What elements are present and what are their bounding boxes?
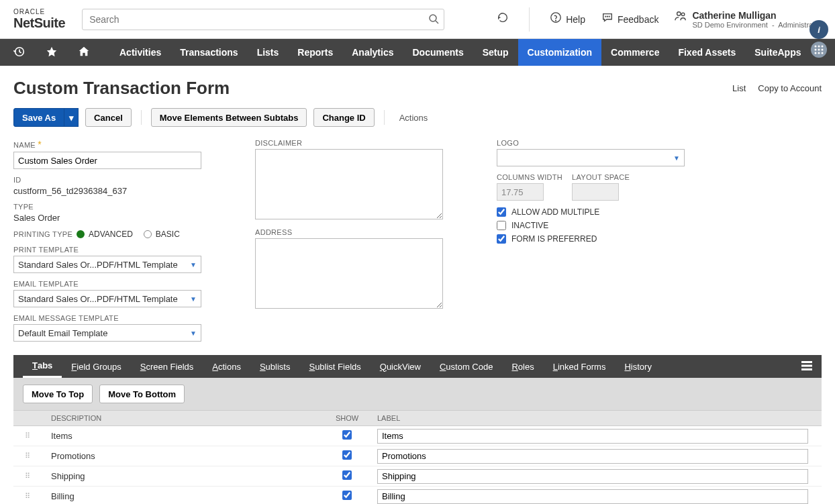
recent-icon[interactable] — [13, 46, 26, 60]
row-label-input[interactable] — [377, 449, 808, 464]
nav-reports[interactable]: Reports — [288, 39, 342, 66]
table-row: ⠿Shipping — [13, 466, 822, 487]
type-label: TYPE — [13, 203, 201, 211]
radio-basic[interactable] — [144, 230, 152, 238]
preferred-checkbox[interactable] — [497, 234, 506, 244]
subtab-quickview[interactable]: QuickView — [371, 355, 430, 378]
drag-handle-icon[interactable]: ⠿ — [13, 472, 42, 481]
id-value: custform_56_td2936384_637 — [13, 186, 201, 196]
print-template-select[interactable]: Standard Sales Or...PDF/HTML Template ▼ — [13, 256, 201, 273]
email-msg-value: Default Email Template — [18, 328, 107, 338]
svg-point-15 — [815, 52, 817, 54]
row-show-checkbox[interactable] — [342, 491, 352, 500]
type-value: Sales Order — [13, 213, 201, 223]
info-icon[interactable]: i — [809, 20, 828, 39]
subtab-sublists[interactable]: Sublists — [250, 355, 300, 378]
row-show-checkbox[interactable] — [342, 470, 352, 480]
chevron-down-icon: ▼ — [190, 330, 197, 337]
cancel-button[interactable]: Cancel — [85, 108, 132, 127]
nav-fixed-assets[interactable]: Fixed Assets — [669, 39, 745, 66]
nav-setup[interactable]: Setup — [473, 39, 518, 66]
history-icon[interactable] — [497, 11, 509, 27]
subtab-screen-fields[interactable]: Screen Fields — [131, 355, 203, 378]
nav-lists[interactable]: Lists — [248, 39, 289, 66]
nav-suiteapps[interactable]: SuiteApps — [745, 39, 810, 66]
address-textarea[interactable] — [255, 238, 443, 309]
table-row: ⠿Promotions — [13, 446, 822, 466]
svg-point-8 — [682, 13, 685, 16]
home-icon[interactable] — [78, 46, 90, 60]
actions-menu[interactable]: Actions — [394, 113, 434, 123]
row-description: Billing — [42, 491, 324, 501]
email-msg-label: EMAIL MESSAGE TEMPLATE — [13, 314, 201, 322]
chevron-down-icon: ▼ — [673, 154, 680, 162]
email-template-select[interactable]: Standard Sales Or...PDF/HTML Template ▼ — [13, 290, 201, 307]
subtab-layout-icon[interactable] — [801, 361, 812, 372]
radio-advanced[interactable] — [77, 230, 85, 238]
separator — [384, 110, 385, 125]
subtab-roles[interactable]: Roles — [502, 355, 543, 378]
search-icon[interactable] — [428, 13, 439, 26]
svg-point-16 — [818, 52, 820, 54]
radio-basic-label: BASIC — [156, 230, 180, 239]
row-show-checkbox[interactable] — [342, 430, 352, 440]
row-label-input[interactable] — [377, 489, 808, 504]
copy-to-account-link[interactable]: Copy to Account — [758, 83, 822, 93]
change-id-button[interactable]: Change ID — [313, 108, 374, 127]
nav-activities[interactable]: Activities — [110, 39, 170, 66]
inactive-checkbox[interactable] — [497, 221, 506, 230]
address-label: ADDRESS — [255, 228, 443, 236]
svg-point-0 — [430, 15, 436, 21]
nav-transactions[interactable]: Transactions — [170, 39, 247, 66]
drag-handle-icon[interactable]: ⠿ — [13, 432, 42, 440]
inactive-label: INACTIVE — [511, 221, 548, 230]
apps-icon[interactable] — [811, 42, 827, 58]
logo-select[interactable]: ▼ — [497, 149, 685, 166]
help-link[interactable]: Help — [550, 11, 585, 27]
email-msg-select[interactable]: Default Email Template ▼ — [13, 324, 201, 342]
user-name: Catherine Mulligan — [692, 10, 822, 21]
svg-marker-19 — [47, 46, 56, 56]
allow-multiple-label: ALLOW ADD MULTIPLE — [511, 207, 599, 217]
allow-multiple-checkbox[interactable] — [497, 207, 506, 217]
move-elements-button[interactable]: Move Elements Between Subtabs — [151, 108, 307, 127]
logo-bottom-text: NetSuite — [13, 15, 65, 31]
separator — [529, 7, 530, 32]
subtab-custom-code[interactable]: Custom Code — [430, 355, 502, 378]
nav-documents[interactable]: Documents — [403, 39, 473, 66]
row-description: Items — [42, 431, 324, 441]
svg-rect-21 — [801, 364, 812, 366]
col-label: LABEL — [371, 414, 822, 422]
subtab-actions[interactable]: Actions — [203, 355, 250, 378]
layout-space-label: LAYOUT SPACE — [572, 173, 630, 181]
drag-handle-icon[interactable]: ⠿ — [13, 492, 42, 501]
favorites-icon[interactable] — [46, 46, 58, 60]
move-to-bottom-button[interactable]: Move To Bottom — [99, 385, 185, 403]
disclaimer-textarea[interactable] — [255, 149, 443, 219]
subtab-linked-forms[interactable]: Linked Forms — [544, 355, 616, 378]
row-label-input[interactable] — [377, 429, 808, 444]
svg-point-3 — [556, 20, 556, 21]
nav-customization[interactable]: Customization — [518, 39, 601, 66]
save-as-dropdown[interactable]: ▾ — [64, 108, 79, 127]
subtab-sublist-fields[interactable]: Sublist Fields — [299, 355, 370, 378]
save-as-button[interactable]: Save As — [13, 108, 64, 127]
user-menu[interactable]: Catherine Mulligan SD Demo Environment -… — [675, 10, 822, 29]
nav-analytics[interactable]: Analytics — [342, 39, 403, 66]
subtab-field-groups[interactable]: Field Groups — [62, 355, 130, 378]
row-show-checkbox[interactable] — [342, 450, 352, 460]
row-label-input[interactable] — [377, 469, 808, 484]
name-input[interactable] — [13, 152, 201, 169]
email-template-label: EMAIL TEMPLATE — [13, 280, 201, 288]
logo: ORACLE NetSuite — [13, 8, 65, 31]
subtab-tabs[interactable]: Tabs — [23, 355, 62, 378]
subtab-history[interactable]: History — [615, 355, 660, 378]
user-sub: SD Demo Environment - Administrator — [692, 21, 822, 29]
move-to-top-button[interactable]: Move To Top — [23, 385, 93, 403]
list-link[interactable]: List — [732, 83, 746, 93]
search-input[interactable] — [82, 9, 444, 30]
nav-commerce[interactable]: Commerce — [601, 39, 669, 66]
drag-handle-icon[interactable]: ⠿ — [13, 452, 42, 460]
printing-type-label: PRINTING TYPE — [13, 230, 72, 238]
feedback-link[interactable]: Feedback — [601, 11, 658, 27]
